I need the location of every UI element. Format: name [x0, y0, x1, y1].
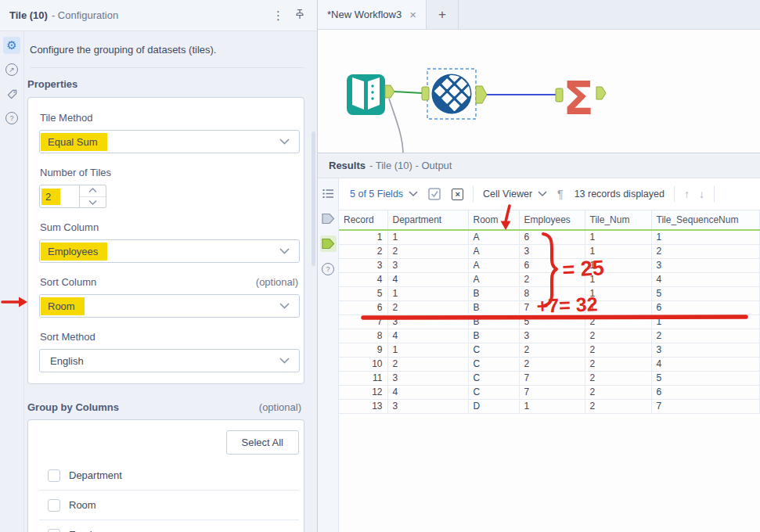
- table-cell[interactable]: 3: [519, 244, 585, 258]
- table-cell[interactable]: 7: [651, 399, 760, 413]
- input-anchor-icon[interactable]: [320, 210, 337, 227]
- table-cell[interactable]: 4: [387, 272, 468, 286]
- table-cell[interactable]: 11: [339, 371, 387, 385]
- table-cell[interactable]: 2: [585, 385, 651, 399]
- table-cell[interactable]: 1: [387, 286, 468, 300]
- table-cell[interactable]: 9: [339, 343, 387, 357]
- table-cell[interactable]: 4: [651, 357, 760, 371]
- table-row[interactable]: 84B322: [339, 329, 760, 343]
- chevron-down-icon[interactable]: [538, 191, 547, 197]
- table-cell[interactable]: 1: [651, 230, 760, 244]
- table-row[interactable]: 73B521: [339, 315, 760, 329]
- table-row[interactable]: 51B815: [339, 286, 760, 300]
- workflow-canvas[interactable]: Σ: [318, 30, 760, 153]
- table-cell[interactable]: 2: [519, 272, 585, 286]
- table-cell[interactable]: 1: [585, 272, 651, 286]
- table-cell[interactable]: 1: [651, 315, 760, 329]
- input-anchor[interactable]: [422, 87, 429, 100]
- table-cell[interactable]: A: [468, 258, 519, 272]
- table-cell[interactable]: 4: [339, 272, 387, 286]
- table-cell[interactable]: D: [468, 399, 519, 413]
- arrow-down-icon[interactable]: ↓: [699, 188, 704, 200]
- table-cell[interactable]: 1: [387, 230, 468, 244]
- table-cell[interactable]: 1: [339, 230, 387, 244]
- sort-column-dropdown[interactable]: Room: [39, 294, 300, 318]
- table-cell[interactable]: 4: [387, 329, 468, 343]
- table-cell[interactable]: 8: [339, 329, 387, 343]
- table-cell[interactable]: 6: [519, 230, 585, 244]
- table-row[interactable]: 91C223: [339, 343, 760, 357]
- table-cell[interactable]: C: [468, 343, 519, 357]
- column-header[interactable]: Employees: [519, 210, 585, 230]
- column-header[interactable]: Tile_SequenceNum: [651, 210, 760, 230]
- table-cell[interactable]: A: [468, 244, 519, 258]
- table-row[interactable]: 133D127: [339, 399, 760, 413]
- table-cell[interactable]: 3: [519, 329, 585, 343]
- select-all-button[interactable]: Select All: [226, 430, 299, 455]
- table-cell[interactable]: 6: [519, 258, 585, 272]
- checkbox[interactable]: [48, 529, 60, 532]
- tab-configuration[interactable]: ⚙: [3, 37, 20, 54]
- table-cell[interactable]: C: [468, 371, 519, 385]
- tab-help[interactable]: ?: [3, 110, 20, 127]
- table-cell[interactable]: 5: [651, 371, 760, 385]
- table-cell[interactable]: B: [468, 315, 519, 329]
- table-cell[interactable]: 2: [585, 315, 651, 329]
- number-of-tiles-input[interactable]: 2: [39, 185, 80, 208]
- clear-filter-icon[interactable]: ×: [452, 189, 463, 200]
- table-cell[interactable]: 2: [519, 357, 585, 371]
- checkbox[interactable]: [48, 499, 60, 512]
- table-cell[interactable]: 1: [585, 244, 651, 258]
- checkbox[interactable]: [48, 469, 60, 482]
- stepper-up-button[interactable]: [80, 185, 106, 197]
- table-cell[interactable]: 3: [339, 258, 387, 272]
- config-scrollbar-thumb[interactable]: [312, 131, 315, 266]
- table-cell[interactable]: 2: [585, 371, 651, 385]
- table-cell[interactable]: B: [468, 300, 519, 315]
- sort-method-dropdown[interactable]: English: [39, 349, 300, 372]
- select-fields-icon[interactable]: [428, 188, 441, 200]
- output-anchor-icon[interactable]: [320, 235, 337, 252]
- table-cell[interactable]: 2: [387, 300, 468, 315]
- table-row[interactable]: 124C726: [339, 385, 760, 399]
- table-cell[interactable]: 3: [387, 399, 468, 413]
- table-cell[interactable]: 2: [387, 244, 468, 258]
- table-cell[interactable]: C: [468, 357, 519, 371]
- pin-icon[interactable]: [290, 6, 309, 25]
- table-cell[interactable]: 7: [339, 315, 387, 329]
- table-cell[interactable]: 2: [585, 399, 651, 413]
- table-cell[interactable]: 3: [387, 315, 468, 329]
- table-cell[interactable]: 3: [387, 371, 468, 385]
- table-cell[interactable]: 7: [519, 385, 585, 399]
- table-cell[interactable]: 7: [519, 371, 585, 385]
- chevron-down-icon[interactable]: [409, 191, 418, 197]
- table-cell[interactable]: 2: [585, 357, 651, 371]
- table-cell[interactable]: 2: [585, 343, 651, 357]
- table-cell[interactable]: 4: [387, 385, 468, 399]
- table-cell[interactable]: 1: [585, 286, 651, 300]
- group-by-option-department[interactable]: Department: [39, 461, 299, 490]
- summarize-tool[interactable]: Σ: [556, 72, 606, 125]
- table-row[interactable]: 62B716: [339, 300, 760, 315]
- table-cell[interactable]: 2: [585, 329, 651, 343]
- table-cell[interactable]: 1: [585, 300, 651, 315]
- group-by-option-room[interactable]: Room: [39, 490, 299, 519]
- table-cell[interactable]: 2: [339, 244, 387, 258]
- table-cell[interactable]: 1: [585, 258, 651, 272]
- table-cell[interactable]: 6: [651, 385, 760, 399]
- tab-new-workflow3[interactable]: *New Workflow3 ×: [318, 0, 427, 29]
- table-cell[interactable]: 3: [651, 258, 760, 272]
- table-row[interactable]: 44A214: [339, 272, 760, 286]
- tab-runtime[interactable]: ↗: [3, 61, 20, 78]
- table-row[interactable]: 33A613: [339, 258, 760, 272]
- table-cell[interactable]: 5: [339, 286, 387, 300]
- table-cell[interactable]: 12: [339, 385, 387, 399]
- tile-method-dropdown[interactable]: Equal Sum: [39, 130, 300, 153]
- table-cell[interactable]: 2: [651, 329, 760, 343]
- table-cell[interactable]: 5: [519, 315, 585, 329]
- table-cell[interactable]: 7: [519, 300, 585, 315]
- table-cell[interactable]: 13: [339, 399, 387, 413]
- table-row[interactable]: 11A611: [339, 230, 760, 244]
- column-header[interactable]: Room: [468, 210, 519, 230]
- table-cell[interactable]: B: [468, 329, 519, 343]
